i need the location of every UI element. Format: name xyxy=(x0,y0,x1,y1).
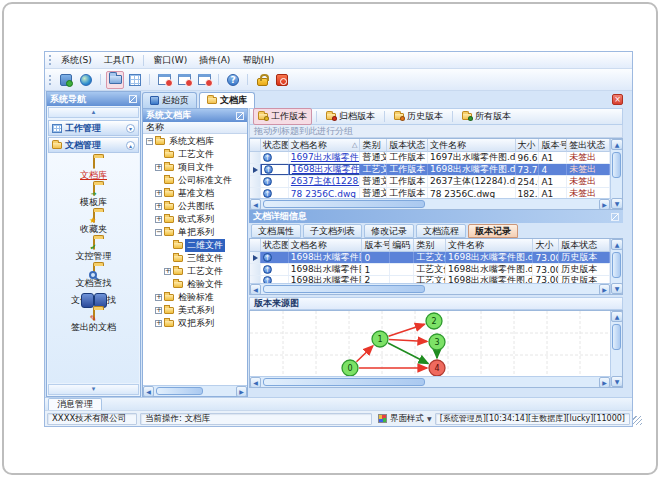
monitor-icon[interactable] xyxy=(57,71,75,89)
vertical-scrollbar[interactable] xyxy=(610,311,622,387)
window-close-icon[interactable] xyxy=(195,71,213,89)
expand-icon[interactable]: + xyxy=(164,268,171,275)
nav-section-work[interactable]: 工作管理 xyxy=(48,120,139,136)
scroll-thumb[interactable] xyxy=(263,285,425,293)
tree-node-9[interactable]: 三维文件 xyxy=(143,252,247,265)
window-copy-icon[interactable] xyxy=(175,71,193,89)
tab-document-flow[interactable]: 文档流程 xyxy=(416,224,466,238)
tree-column-header[interactable]: 名称 xyxy=(143,122,247,134)
column-header-3[interactable]: 编码 xyxy=(390,239,414,252)
tree-node-7[interactable]: −单把系列 xyxy=(143,226,247,239)
scroll-up-button[interactable] xyxy=(611,139,623,150)
sidebar-item-4[interactable]: 文档查找 xyxy=(50,266,138,290)
scroll-down-button[interactable] xyxy=(611,376,623,387)
message-management-tab[interactable]: 消息管理 xyxy=(48,398,102,410)
globe-icon[interactable] xyxy=(77,71,95,89)
column-header-2[interactable]: 版本号 xyxy=(362,239,390,252)
expand-icon[interactable]: + xyxy=(155,190,162,197)
column-header-7[interactable]: 版本状态 xyxy=(559,239,610,252)
tree-node-14[interactable]: +双把系列 xyxy=(143,317,247,330)
tab-document-library[interactable]: 文档库 xyxy=(199,92,255,108)
column-header-0[interactable]: 状态图 xyxy=(261,239,289,252)
tree-node-12[interactable]: +检验标准 xyxy=(143,291,247,304)
scroll-down-button[interactable] xyxy=(611,198,623,209)
sidebar-item-1[interactable]: 模板库 xyxy=(50,185,138,209)
group-by-bar[interactable]: 拖动列标题到此进行分组 xyxy=(249,125,623,138)
sidebar-item-5[interactable]: 文件夹查找 xyxy=(50,293,138,307)
tab-subdocument-list[interactable]: 子文档列表 xyxy=(303,224,362,238)
column-header-6[interactable]: 大小 xyxy=(533,239,559,252)
power-icon[interactable] xyxy=(273,71,291,89)
expand-icon[interactable]: + xyxy=(155,294,162,301)
tree-node-10[interactable]: +工艺文件 xyxy=(143,265,247,278)
grid-icon[interactable] xyxy=(126,71,144,89)
menu-item[interactable]: 工具(T) xyxy=(98,52,141,69)
version-filter-button-0[interactable]: 工作版本 xyxy=(253,108,312,125)
tree-horizontal-scrollbar[interactable] xyxy=(143,385,247,396)
table-row[interactable]: 2637主体(12284).dwg普通文档工作版本2637主体(12284).d… xyxy=(250,176,610,188)
scroll-thumb[interactable] xyxy=(263,200,425,208)
column-header-5[interactable]: 文件名称 xyxy=(446,239,533,252)
column-header-4[interactable]: 类别 xyxy=(414,239,446,252)
column-header-2[interactable]: 类别 xyxy=(360,139,387,152)
collapse-icon[interactable]: − xyxy=(155,229,162,236)
table-row[interactable]: 1698出水嘴零件图.dwg0工艺文件1698出水嘴零件图.dwg73.00KB… xyxy=(250,252,610,264)
scroll-left-button[interactable] xyxy=(250,284,261,295)
scroll-right-button[interactable] xyxy=(599,377,610,388)
sidebar-item-2[interactable]: 收藏夹 xyxy=(50,212,138,236)
vertical-scrollbar[interactable] xyxy=(610,239,622,294)
tab-modification-record[interactable]: 修改记录 xyxy=(364,224,414,238)
collapse-icon[interactable]: − xyxy=(146,138,153,145)
pin-icon[interactable] xyxy=(611,213,619,221)
column-header-0[interactable]: 状态图 xyxy=(261,139,289,152)
vertical-scrollbar[interactable] xyxy=(610,139,622,209)
column-header-6[interactable]: 版本号 xyxy=(539,139,567,152)
scroll-down-button[interactable] xyxy=(611,283,623,294)
scroll-up-button[interactable] xyxy=(611,239,623,250)
menu-item[interactable]: 插件(A) xyxy=(193,52,236,69)
version-filter-button-2[interactable]: 历史版本 xyxy=(389,108,448,125)
resize-grip[interactable] xyxy=(633,416,642,425)
column-header-7[interactable]: 签出状态 xyxy=(567,139,610,152)
pin-icon[interactable] xyxy=(236,112,244,120)
scroll-thumb[interactable] xyxy=(612,252,621,278)
tree-node-5[interactable]: +公共图纸 xyxy=(143,200,247,213)
scroll-right-button[interactable] xyxy=(599,199,610,210)
tree-node-6[interactable]: +欧式系列 xyxy=(143,213,247,226)
table-row[interactable]: 1698出水嘴零件图.dwg1工艺文件1698出水嘴零件图.dwg73.00KB… xyxy=(250,264,610,276)
scroll-left-button[interactable] xyxy=(250,199,261,210)
nav-scroll-up-button[interactable]: ▴ xyxy=(48,107,139,118)
tree-node-4[interactable]: +基准文档 xyxy=(143,187,247,200)
expand-icon[interactable]: + xyxy=(155,307,162,314)
expand-icon[interactable]: + xyxy=(155,320,162,327)
version-filter-button-1[interactable]: 归档版本 xyxy=(321,108,380,125)
folder-open-icon[interactable] xyxy=(106,71,124,89)
tree-node-8[interactable]: 二维文件 xyxy=(143,239,247,252)
expand-icon[interactable]: + xyxy=(155,216,162,223)
tree-node-3[interactable]: 公司标准文件 xyxy=(143,174,247,187)
interface-style-button[interactable]: 界面样式 ▼ xyxy=(378,413,432,425)
menu-item[interactable]: 帮助(H) xyxy=(236,52,280,69)
sidebar-item-3[interactable]: 文控管理 xyxy=(50,239,138,263)
column-header-3[interactable]: 版本状态 xyxy=(387,139,428,152)
pin-icon[interactable] xyxy=(129,95,137,103)
nav-scroll-down-button[interactable]: ▾ xyxy=(48,384,139,395)
scroll-thumb[interactable] xyxy=(156,387,203,395)
tree-node-0[interactable]: −系统文档库 xyxy=(143,135,247,148)
close-icon[interactable] xyxy=(612,94,623,105)
sidebar-item-0[interactable]: 文档库 xyxy=(50,158,138,182)
column-header-1[interactable]: 文档名称 xyxy=(289,239,363,252)
version-filter-button-3[interactable]: 所有版本 xyxy=(457,108,516,125)
chevron-up-icon[interactable] xyxy=(126,141,135,150)
expand-icon[interactable]: + xyxy=(155,164,162,171)
tab-document-properties[interactable]: 文档属性 xyxy=(251,224,301,238)
tree-node-13[interactable]: +美式系列 xyxy=(143,304,247,317)
sidebar-item-6[interactable]: 签出的文档 xyxy=(50,310,138,334)
scroll-thumb[interactable] xyxy=(612,152,621,178)
scroll-up-button[interactable] xyxy=(611,311,623,322)
table-row[interactable]: 1697出水嘴零件图.dwg普通文档工作版本1697出水嘴零件图.dwg96.6… xyxy=(250,152,610,164)
horizontal-scrollbar[interactable] xyxy=(250,376,610,387)
window-add-icon[interactable] xyxy=(155,71,173,89)
tree-node-2[interactable]: +项目文件 xyxy=(143,161,247,174)
horizontal-scrollbar[interactable] xyxy=(250,283,610,294)
